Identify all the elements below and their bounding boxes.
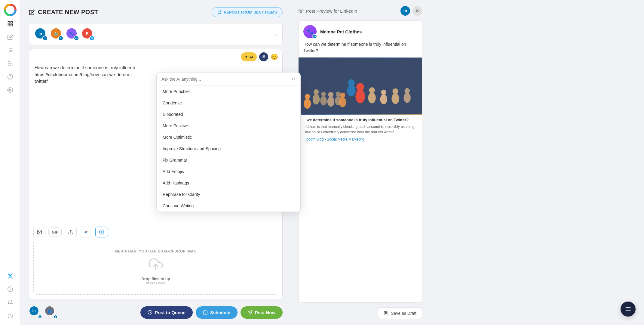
post-to-queue-button[interactable]: Post to Queue [140,306,193,319]
svg-point-45 [369,87,375,93]
sidebar-item-feed[interactable] [5,58,16,69]
image-icon [37,229,42,235]
ai-menu-more-positive[interactable]: More Positive [157,120,300,132]
sidebar-item-grid[interactable] [5,18,16,29]
ai-search-input[interactable] [161,77,289,82]
svg-point-50 [403,93,410,103]
preview-li-badge: in [312,34,317,39]
media-dropzone[interactable]: MEDIA BAR: YOU CAN DRAG-N-DROP IMAG Drop… [33,240,278,295]
ai-menu-eloborated[interactable]: Eloborated [157,109,300,120]
preview-header: Post Preview for LinkedIn in ✕ [298,6,422,16]
circleboom-button[interactable] [95,227,108,237]
svg-point-10 [8,65,9,66]
sidebar-item-bell[interactable] [5,297,16,308]
preview-card: 🐾 in Melone Pet Clothes How can we deter… [298,20,422,303]
x-preview-icon[interactable]: ✕ [412,6,422,16]
account-avatar-pet[interactable]: 🐾 in [66,28,79,41]
save-draft-label: Save as Draft [391,311,416,316]
schedule-button[interactable]: Schedule [196,306,238,319]
pinwheel-icon [83,229,89,235]
upload-button[interactable] [65,227,77,237]
action-account-shop[interactable]: 👥 1 [44,306,58,319]
queue-icon [148,310,152,315]
account-avatar-li1[interactable]: in 1 [35,28,48,41]
send-icon [248,310,253,315]
svg-point-54 [339,97,346,107]
emoji-button[interactable]: 😊 [271,52,278,61]
svg-point-32 [313,94,320,104]
preview-platform-icons: in ✕ [400,6,422,16]
sidebar-item-settings[interactable] [5,84,16,96]
editor-toolbar: ✦ AI # 😊 [29,49,282,63]
avatar-badge-f: 𝕏 [89,36,95,41]
preview-title-row: Post Preview for LinkedIn [298,8,357,14]
account-avatar-f[interactable]: F 𝕏 [81,28,95,41]
action-bar-accounts: in 1 👥 1 [29,306,58,319]
accounts-expand-button[interactable]: › [275,31,277,38]
preview-title-text: Post Preview for LinkedIn [306,8,357,14]
sidebar-item-list[interactable] [5,45,16,56]
preview-image-svg [299,57,422,115]
pinwheel-button[interactable] [80,227,92,237]
svg-point-12 [9,89,11,91]
action-avatar-li: in [29,306,39,316]
post-now-button[interactable]: Post Now [241,306,283,319]
sidebar-item-edit[interactable] [5,31,16,43]
menu-icon [625,306,631,312]
action-account-li[interactable]: in 1 [29,306,42,319]
ai-enter-button[interactable]: ↵ [292,76,296,82]
gif-button[interactable]: GIF [48,228,62,237]
svg-point-53 [305,94,310,99]
eye-icon [298,8,304,14]
ai-menu-condense[interactable]: Condense [157,97,300,109]
preview-link[interactable]: ...boom Blog - Social Media Marketing [299,137,422,145]
ai-menu-improve-structure[interactable]: Improve Structure and Spacing [157,143,300,154]
hashtag-button[interactable]: # [259,52,268,61]
svg-point-55 [340,92,345,98]
svg-point-34 [320,96,327,105]
app-logo[interactable] [4,4,17,16]
floating-action-button[interactable] [621,302,636,317]
preview-body-text: ...oblem is that manually checking each … [299,124,422,137]
account-avatar-shop[interactable]: 🏪 1 [50,28,63,41]
sidebar-item-power[interactable] [5,310,16,321]
repost-icon [217,10,222,14]
svg-rect-2 [8,24,10,26]
image-upload-button[interactable] [33,227,45,237]
ai-menu-rephrase[interactable]: Rephrase for Clarity [157,189,300,200]
svg-point-41 [356,83,364,91]
ai-button[interactable]: ✦ AI [241,52,257,61]
upload-icon [68,229,73,235]
account-selector[interactable]: in 1 🏪 1 🐾 in F 𝕏 › [29,23,283,45]
ai-menu-more-punchier[interactable]: More Punchier [157,86,300,97]
schedule-label: Schedule [210,310,230,315]
save-icon [384,311,388,316]
page-title-wrap: CREATE NEW POST [29,9,98,16]
ai-menu-fix-grammar[interactable]: Fix Grammar [157,154,300,166]
repost-button[interactable]: REPOST FROM SENT ITEMS [212,7,283,17]
save-draft-button[interactable]: Save as Draft [378,308,422,319]
sidebar-item-info[interactable] [5,283,16,295]
svg-rect-1 [11,22,12,23]
svg-point-51 [404,88,410,94]
svg-point-35 [321,92,326,97]
preview-caption: ...we determine if someone is truly infl… [299,115,422,124]
edit-icon [29,9,35,15]
ai-search-row: ↵ [157,73,300,86]
action-bar: in 1 👥 1 Post to Queue [29,303,283,319]
sidebar [0,0,20,325]
dropzone-text: Drop files to up [43,277,269,281]
linkedin-preview-icon[interactable]: in [400,6,410,16]
sidebar-item-twitter[interactable] [5,270,16,282]
svg-point-39 [336,92,341,97]
ai-menu-continue-writing[interactable]: Continue Writing [157,200,300,212]
avatar-badge-li1: 1 [42,36,48,41]
sidebar-item-schedule[interactable] [5,71,16,82]
ai-menu-add-hashtags[interactable]: Add Hashtags [157,177,300,189]
ai-menu-add-emojis[interactable]: Add Emojis [157,166,300,177]
svg-point-49 [392,88,398,94]
gif-label: GIF [52,230,58,234]
svg-rect-0 [8,22,10,23]
ai-menu-more-optimistic[interactable]: More Optimistic [157,132,300,143]
svg-point-42 [347,85,355,96]
